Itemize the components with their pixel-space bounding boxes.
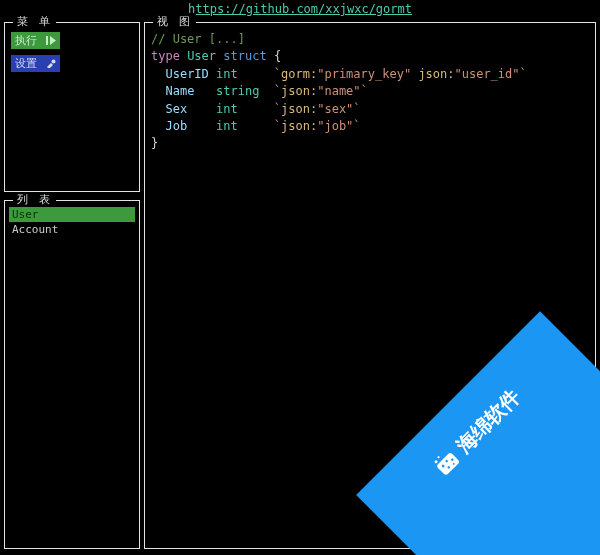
svg-marker-1 (50, 36, 56, 45)
tool-icon (46, 58, 56, 71)
code-view: // User [...] type User struct { UserID … (151, 31, 589, 153)
list-panel-title: 列 表 (13, 192, 56, 207)
list-panel: 列 表 UserAccount (4, 200, 140, 549)
play-icon (46, 35, 56, 48)
run-button[interactable]: 执行 (11, 32, 60, 49)
repo-link[interactable]: https://github.com/xxjwxc/gormt (188, 2, 412, 16)
svg-point-2 (51, 59, 55, 63)
list-item[interactable]: Account (9, 222, 135, 237)
list-item[interactable]: User (9, 207, 135, 222)
run-button-label: 执行 (15, 34, 37, 47)
svg-rect-0 (46, 36, 48, 45)
watermark-text: 海绵软件 (451, 383, 527, 459)
svg-rect-3 (436, 452, 460, 476)
header-bar: https://github.com/xxjwxc/gormt (0, 0, 600, 18)
table-list: UserAccount (9, 207, 135, 237)
settings-button[interactable]: 设置 (11, 55, 60, 72)
menu-panel: 菜 单 执行 设置 (4, 22, 140, 192)
left-column: 菜 单 执行 设置 列 表 UserAccou (2, 20, 142, 551)
svg-point-9 (434, 459, 438, 463)
menu-panel-title: 菜 单 (13, 14, 56, 29)
svg-point-10 (437, 455, 440, 458)
settings-button-label: 设置 (15, 57, 37, 70)
sponge-icon (429, 444, 466, 481)
view-panel-title: 视 图 (153, 14, 196, 29)
